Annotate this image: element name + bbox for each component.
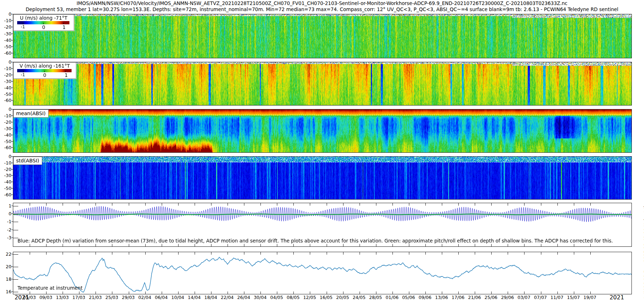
x-tick-label: 21/03 xyxy=(89,295,102,300)
y-tick-mark xyxy=(11,221,13,222)
temperature-label: Temperature at instrument xyxy=(18,285,83,291)
legend-v-velocity: V (m/s) along -161°T -1 0 1 xyxy=(13,62,76,79)
panel-v-velocity xyxy=(13,62,632,106)
figure-subtitle-deployment: Deployment 53, member 1 lat=30.27S lon=1… xyxy=(13,6,631,12)
panel-temperature: Temperature at instrument xyxy=(13,252,632,294)
y-tick-label: -50 xyxy=(1,138,11,144)
panel-mean-absi xyxy=(13,109,632,153)
colorbar-u xyxy=(17,21,69,24)
figure-title-filename: IMOS/ANMN/NSW/CH070/Velocity/IMOS_ANMN-N… xyxy=(13,0,631,6)
x-tick-label: 09/03 xyxy=(39,295,52,300)
x-tick-label: 16/05 xyxy=(320,295,333,300)
y-tick-mark xyxy=(11,81,13,82)
x-tick-label: 13/03 xyxy=(56,295,69,300)
x-tick-label: 09/06 xyxy=(419,295,431,300)
y-tick-label: 0 xyxy=(1,11,11,17)
x-tick-label: 22/04 xyxy=(221,295,234,300)
colorbar-v-ticks: -1 0 1 xyxy=(14,72,76,77)
x-tick-label: 07/07 xyxy=(534,295,547,300)
y-tick-label: -1 xyxy=(1,219,11,224)
panel-depth-variation: Blue: ADCP Depth (m) variation from sens… xyxy=(13,203,632,247)
x-tick-label: 15/07 xyxy=(567,295,580,300)
x-axis-year-left: 2021 xyxy=(15,294,29,301)
y-tick-mark xyxy=(11,163,13,163)
x-tick-label: 05/06 xyxy=(402,295,415,300)
v-velocity-heatmap xyxy=(13,62,631,105)
y-tick-mark xyxy=(11,14,13,14)
y-tick-mark xyxy=(11,109,13,109)
x-tick-label: 02/04 xyxy=(138,295,151,300)
x-tick-label: 21/06 xyxy=(468,295,481,300)
colorbar-v xyxy=(17,69,72,72)
y-tick-mark xyxy=(11,230,13,230)
x-tick-label: 19/07 xyxy=(584,295,596,300)
y-tick-mark xyxy=(11,266,13,267)
y-tick-mark xyxy=(11,141,13,142)
y-tick-label: -40 xyxy=(1,179,11,185)
x-tick-label: 10/04 xyxy=(171,295,184,300)
x-tick-label: 29/03 xyxy=(122,295,135,300)
x-tick-label: 04/05 xyxy=(270,295,283,300)
x-tick-label: 13/06 xyxy=(435,295,448,300)
x-axis-year-right: 2021 xyxy=(610,294,624,301)
legend-u-velocity: U (m/s) along -71°T -1 0 1 xyxy=(13,14,74,31)
u-velocity-heatmap xyxy=(13,14,631,58)
y-tick-label: -60 xyxy=(1,98,11,103)
y-tick-label: -30 xyxy=(1,173,11,178)
y-tick-label: -20 xyxy=(1,166,11,172)
temperature-plot xyxy=(13,252,631,294)
y-tick-mark xyxy=(11,34,13,34)
y-tick-mark xyxy=(11,156,13,157)
panel-std-absi xyxy=(13,156,632,200)
y-tick-mark xyxy=(11,88,13,88)
y-tick-label: -10 xyxy=(1,113,11,118)
x-tick-label: 03/07 xyxy=(517,295,530,300)
y-tick-label: 20 xyxy=(1,264,11,269)
y-tick-mark xyxy=(11,147,13,148)
y-tick-label: -2 xyxy=(1,227,11,232)
x-tick-label: 01/06 xyxy=(386,295,399,300)
y-tick-mark xyxy=(11,20,13,21)
y-tick-label: -30 xyxy=(1,31,11,36)
y-tick-mark xyxy=(11,53,13,53)
y-tick-mark xyxy=(11,62,13,62)
y-tick-label: -10 xyxy=(1,65,11,71)
y-tick-mark xyxy=(11,116,13,116)
y-tick-mark xyxy=(11,291,13,292)
y-tick-mark xyxy=(11,122,13,122)
colorbar-tick: 1 xyxy=(0,24,373,30)
y-tick-label: -60 xyxy=(1,145,11,150)
mean-absi-heatmap xyxy=(13,109,631,152)
y-tick-label: 22 xyxy=(1,251,11,257)
y-tick-mark xyxy=(11,128,13,129)
y-tick-label: -30 xyxy=(1,78,11,84)
y-tick-label: -40 xyxy=(1,85,11,90)
legend-u-title: U (m/s) along -71°T xyxy=(14,15,74,21)
x-tick-label: 30/04 xyxy=(254,295,267,300)
y-tick-mark xyxy=(11,182,13,182)
y-tick-label: 16 xyxy=(1,289,11,294)
y-tick-mark xyxy=(11,135,13,135)
x-tick-label: 12/05 xyxy=(303,295,316,300)
y-tick-label: 0 xyxy=(1,211,11,216)
depth-variation-annotation: Blue: ADCP Depth (m) variation from sens… xyxy=(18,238,613,244)
y-tick-label: -60 xyxy=(1,192,11,197)
legend-v-title: V (m/s) along -161°T xyxy=(14,63,76,69)
x-tick-label: 14/04 xyxy=(188,295,201,300)
colorbar-u-ticks: -1 0 1 xyxy=(14,24,74,29)
y-tick-mark xyxy=(11,94,13,94)
y-tick-mark xyxy=(11,40,13,40)
y-tick-label: -20 xyxy=(1,119,11,124)
x-tick-label: 06/04 xyxy=(155,295,168,300)
y-tick-label: -40 xyxy=(1,37,11,43)
y-tick-label: -50 xyxy=(1,91,11,97)
y-tick-mark xyxy=(11,254,13,254)
y-tick-label: 1 xyxy=(1,203,11,208)
x-tick-label: 28/05 xyxy=(369,295,382,300)
y-tick-label: -10 xyxy=(1,18,11,23)
x-tick-label: 25/03 xyxy=(105,295,118,300)
y-tick-mark xyxy=(11,188,13,188)
x-tick-label: 17/06 xyxy=(452,295,464,300)
y-tick-label: -50 xyxy=(1,185,11,191)
y-tick-mark xyxy=(11,46,13,47)
